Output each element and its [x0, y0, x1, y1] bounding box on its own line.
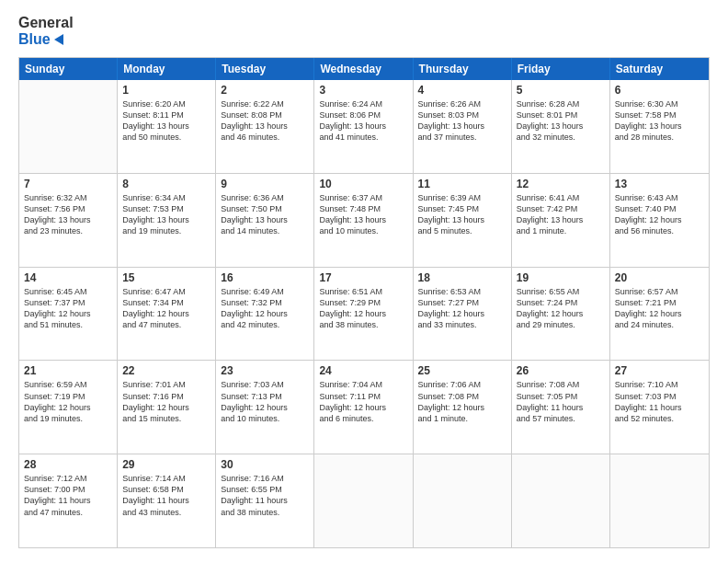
- cell-info-line: Daylight: 12 hours: [221, 402, 309, 413]
- calendar-header: SundayMondayTuesdayWednesdayThursdayFrid…: [19, 58, 709, 80]
- day-number: 15: [122, 271, 210, 284]
- cell-info-line: and 29 minutes.: [517, 319, 605, 330]
- day-number: 2: [221, 84, 309, 97]
- cell-info-line: Sunset: 7:08 PM: [418, 391, 506, 402]
- cell-info-line: Sunrise: 7:01 AM: [122, 379, 210, 390]
- cell-info-line: Sunset: 7:16 PM: [122, 391, 210, 402]
- cell-info-line: Daylight: 11 hours: [517, 402, 605, 413]
- header-day-wednesday: Wednesday: [314, 58, 413, 80]
- cell-info-line: Daylight: 13 hours: [122, 214, 210, 225]
- day-cell-8: 8Sunrise: 6:34 AMSunset: 7:53 PMDaylight…: [118, 174, 216, 267]
- cell-info-line: and 23 minutes.: [24, 225, 112, 236]
- day-cell-14: 14Sunrise: 6:45 AMSunset: 7:37 PMDayligh…: [19, 268, 118, 361]
- cell-info-line: and 46 minutes.: [221, 132, 309, 143]
- cell-info-line: Sunrise: 6:24 AM: [319, 98, 407, 109]
- day-cell-28: 28Sunrise: 7:12 AMSunset: 7:00 PMDayligh…: [19, 454, 118, 547]
- day-cell-15: 15Sunrise: 6:47 AMSunset: 7:34 PMDayligh…: [118, 268, 216, 361]
- day-number: 28: [24, 458, 112, 471]
- day-number: 13: [615, 178, 704, 190]
- cell-info-line: Daylight: 12 hours: [418, 402, 506, 413]
- day-number: 27: [615, 364, 704, 377]
- day-cell-1: 1Sunrise: 6:20 AMSunset: 8:11 PMDaylight…: [118, 80, 216, 173]
- day-cell-10: 10Sunrise: 6:37 AMSunset: 7:48 PMDayligh…: [314, 174, 413, 267]
- day-cell-21: 21Sunrise: 6:59 AMSunset: 7:19 PMDayligh…: [19, 361, 118, 454]
- cell-info-line: Sunrise: 6:26 AM: [418, 98, 506, 109]
- cell-info-line: Sunrise: 7:10 AM: [615, 379, 704, 390]
- day-number: 20: [615, 271, 704, 284]
- cell-info-line: Sunrise: 6:36 AM: [221, 192, 309, 203]
- cell-info-line: Daylight: 11 hours: [122, 495, 210, 506]
- cell-info-line: Daylight: 13 hours: [418, 214, 506, 225]
- cell-info-line: Sunset: 7:21 PM: [615, 297, 704, 308]
- cell-info-line: Sunrise: 6:43 AM: [615, 192, 704, 203]
- cell-info-line: and 10 minutes.: [319, 225, 407, 236]
- cell-info-line: Sunrise: 6:34 AM: [122, 192, 210, 203]
- cell-info-line: Daylight: 13 hours: [418, 121, 506, 132]
- cell-info-line: Sunset: 7:32 PM: [221, 297, 309, 308]
- day-cell-29: 29Sunrise: 7:14 AMSunset: 6:58 PMDayligh…: [118, 454, 216, 547]
- cell-info-line: Sunset: 7:13 PM: [221, 391, 309, 402]
- cell-info-line: Sunset: 8:11 PM: [122, 109, 210, 121]
- cell-info-line: and 47 minutes.: [24, 507, 112, 518]
- day-number: 25: [418, 364, 506, 377]
- day-cell-19: 19Sunrise: 6:55 AMSunset: 7:24 PMDayligh…: [512, 268, 610, 361]
- header-day-saturday: Saturday: [610, 58, 709, 80]
- cell-info-line: Daylight: 11 hours: [615, 402, 704, 413]
- cell-info-line: Sunrise: 7:03 AM: [221, 379, 309, 390]
- cell-info-line: Sunrise: 6:57 AM: [615, 286, 704, 297]
- cell-info-line: Sunset: 6:55 PM: [221, 484, 309, 495]
- cell-info-line: and 24 minutes.: [615, 319, 704, 330]
- cell-info-line: Sunrise: 6:30 AM: [615, 98, 704, 109]
- day-cell-25: 25Sunrise: 7:06 AMSunset: 7:08 PMDayligh…: [414, 361, 512, 454]
- cell-info-line: Daylight: 12 hours: [418, 308, 506, 319]
- cell-info-line: Sunrise: 7:16 AM: [221, 473, 309, 484]
- cell-info-line: Daylight: 13 hours: [615, 121, 704, 132]
- day-cell-13: 13Sunrise: 6:43 AMSunset: 7:40 PMDayligh…: [610, 174, 709, 267]
- day-number: 26: [517, 364, 605, 377]
- cell-info-line: and 1 minute.: [418, 413, 506, 424]
- day-cell-22: 22Sunrise: 7:01 AMSunset: 7:16 PMDayligh…: [118, 361, 216, 454]
- cell-info-line: Sunset: 7:03 PM: [615, 391, 704, 402]
- cell-info-line: and 1 minute.: [517, 225, 605, 236]
- cell-info-line: and 38 minutes.: [221, 507, 309, 518]
- cell-info-line: Sunset: 7:58 PM: [615, 109, 704, 121]
- logo-general: General: [18, 15, 74, 31]
- svg-marker-0: [54, 34, 63, 45]
- cell-info-line: Daylight: 13 hours: [221, 121, 309, 132]
- cell-info-line: Sunrise: 7:14 AM: [122, 473, 210, 484]
- day-number: 8: [122, 178, 210, 190]
- day-number: 9: [221, 178, 309, 190]
- cell-info-line: Sunset: 7:37 PM: [24, 297, 112, 308]
- day-cell-9: 9Sunrise: 6:36 AMSunset: 7:50 PMDaylight…: [216, 174, 314, 267]
- day-cell-11: 11Sunrise: 6:39 AMSunset: 7:45 PMDayligh…: [414, 174, 512, 267]
- cell-info-line: Sunset: 7:29 PM: [319, 297, 407, 308]
- cell-info-line: and 57 minutes.: [517, 413, 605, 424]
- cell-info-line: and 37 minutes.: [418, 132, 506, 143]
- cell-info-line: Daylight: 12 hours: [122, 402, 210, 413]
- cell-info-line: and 50 minutes.: [122, 132, 210, 143]
- logo: GeneralBlue: [18, 15, 74, 48]
- day-number: 17: [319, 271, 407, 284]
- cell-info-line: Sunset: 7:40 PM: [615, 203, 704, 214]
- cell-info-line: Sunset: 7:42 PM: [517, 203, 605, 214]
- cell-info-line: Daylight: 13 hours: [319, 214, 407, 225]
- day-cell-4: 4Sunrise: 6:26 AMSunset: 8:03 PMDaylight…: [414, 80, 512, 173]
- cell-info-line: Sunset: 7:00 PM: [24, 484, 112, 495]
- header-day-monday: Monday: [118, 58, 216, 80]
- day-cell-16: 16Sunrise: 6:49 AMSunset: 7:32 PMDayligh…: [216, 268, 314, 361]
- day-number: 29: [122, 458, 210, 471]
- cell-info-line: and 32 minutes.: [517, 132, 605, 143]
- cell-info-line: and 14 minutes.: [221, 225, 309, 236]
- day-cell-17: 17Sunrise: 6:51 AMSunset: 7:29 PMDayligh…: [314, 268, 413, 361]
- day-number: 14: [24, 271, 112, 284]
- cell-info-line: Sunset: 7:24 PM: [517, 297, 605, 308]
- cell-info-line: Sunset: 7:45 PM: [418, 203, 506, 214]
- cell-info-line: and 42 minutes.: [221, 319, 309, 330]
- day-cell-12: 12Sunrise: 6:41 AMSunset: 7:42 PMDayligh…: [512, 174, 610, 267]
- cell-info-line: and 15 minutes.: [122, 413, 210, 424]
- logo-bird-icon: [51, 32, 65, 47]
- cell-info-line: Sunset: 7:27 PM: [418, 297, 506, 308]
- cell-info-line: Daylight: 12 hours: [122, 308, 210, 319]
- day-cell-24: 24Sunrise: 7:04 AMSunset: 7:11 PMDayligh…: [314, 361, 413, 454]
- cell-info-line: Daylight: 12 hours: [517, 308, 605, 319]
